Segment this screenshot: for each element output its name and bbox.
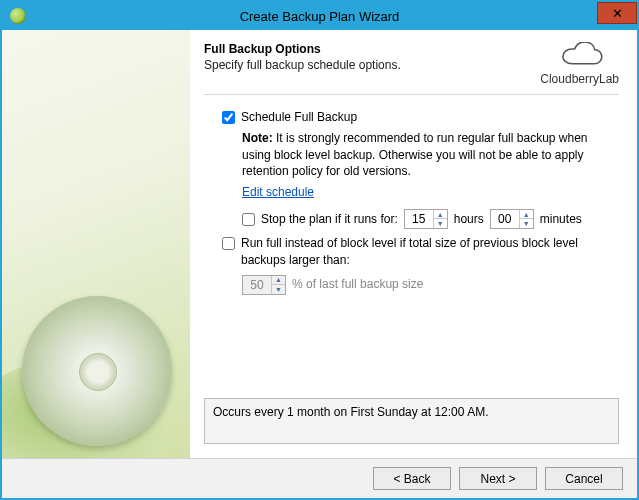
page-subtitle: Specify full backup schedule options.	[204, 58, 401, 72]
note-body: It is strongly recommended to run regula…	[242, 131, 588, 179]
note-prefix: Note:	[242, 131, 273, 145]
app-icon	[10, 8, 26, 24]
stop-row: Stop the plan if it runs for: ▲ ▼ hours	[242, 209, 619, 229]
main-panel: Full Backup Options Specify full backup …	[190, 30, 637, 458]
schedule-label: Schedule Full Backup	[241, 109, 357, 126]
titlebar: Create Backup Plan Wizard ✕	[2, 2, 637, 30]
page-header: Full Backup Options Specify full backup …	[204, 42, 619, 86]
edit-schedule-link[interactable]: Edit schedule	[242, 184, 314, 201]
wizard-window: Create Backup Plan Wizard ✕ Full Backup …	[0, 0, 639, 500]
hours-unit: hours	[454, 211, 484, 228]
chevron-up-icon[interactable]: ▲	[272, 276, 285, 286]
brand-logo: CloudberryLab	[540, 42, 619, 86]
minutes-unit: minutes	[540, 211, 582, 228]
close-icon: ✕	[612, 6, 623, 21]
minutes-arrows[interactable]: ▲ ▼	[519, 210, 533, 228]
runfull-checkbox[interactable]	[222, 237, 235, 250]
percent-input	[243, 276, 271, 294]
header-text: Full Backup Options Specify full backup …	[204, 42, 401, 72]
hours-arrows[interactable]: ▲ ▼	[433, 210, 447, 228]
percent-stepper[interactable]: ▲ ▼	[242, 275, 286, 295]
percent-arrows[interactable]: ▲ ▼	[271, 276, 285, 294]
percent-suffix: % of last full backup size	[292, 276, 423, 293]
schedule-indent: Note: It is strongly recommended to run …	[242, 130, 619, 229]
hours-input[interactable]	[405, 210, 433, 228]
schedule-row: Schedule Full Backup	[222, 109, 619, 126]
header-separator	[204, 94, 619, 95]
next-button[interactable]: Next >	[459, 467, 537, 490]
stop-label: Stop the plan if it runs for:	[261, 211, 398, 228]
runfull-indent: ▲ ▼ % of last full backup size	[242, 275, 619, 295]
brand-name: CloudberryLab	[540, 72, 619, 86]
window-body: Full Backup Options Specify full backup …	[2, 30, 637, 458]
chevron-up-icon[interactable]: ▲	[520, 210, 533, 220]
back-button[interactable]: < Back	[373, 467, 451, 490]
window-title: Create Backup Plan Wizard	[2, 9, 637, 24]
stop-checkbox[interactable]	[242, 213, 255, 226]
minutes-input[interactable]	[491, 210, 519, 228]
cancel-button[interactable]: Cancel	[545, 467, 623, 490]
runfull-label: Run full instead of block level if total…	[241, 235, 619, 269]
hours-stepper[interactable]: ▲ ▼	[404, 209, 448, 229]
runfull-row: Run full instead of block level if total…	[222, 235, 619, 269]
chevron-down-icon[interactable]: ▼	[434, 219, 447, 228]
schedule-summary: Occurs every 1 month on First Sunday at …	[204, 398, 619, 444]
schedule-note: Note: It is strongly recommended to run …	[242, 130, 619, 180]
chevron-down-icon[interactable]: ▼	[272, 285, 285, 294]
schedule-checkbox[interactable]	[222, 111, 235, 124]
form-content: Schedule Full Backup Note: It is strongl…	[204, 109, 619, 398]
disc-icon	[22, 296, 172, 446]
close-button[interactable]: ✕	[597, 2, 637, 24]
chevron-up-icon[interactable]: ▲	[434, 210, 447, 220]
side-panel	[2, 30, 190, 458]
chevron-down-icon[interactable]: ▼	[520, 219, 533, 228]
cloud-icon	[555, 42, 605, 70]
footer: < Back Next > Cancel	[2, 458, 637, 498]
minutes-stepper[interactable]: ▲ ▼	[490, 209, 534, 229]
page-title: Full Backup Options	[204, 42, 401, 56]
